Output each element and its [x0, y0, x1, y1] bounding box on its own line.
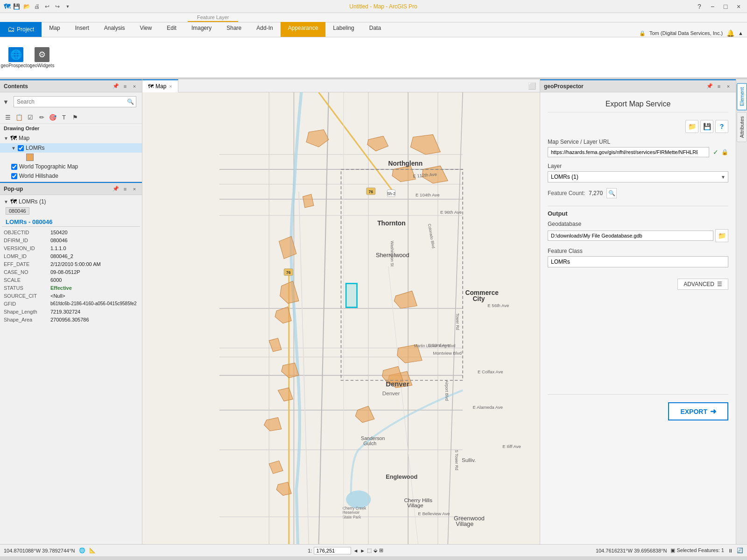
svg-rect-87	[284, 269, 293, 276]
svg-text:E Belleview Ave: E Belleview Ave	[418, 511, 450, 516]
qat-dropdown[interactable]: ▼	[63, 2, 72, 11]
topo-checkbox[interactable]	[11, 164, 17, 170]
svg-text:E 104th Ave: E 104th Ave	[416, 192, 439, 197]
qat-redo[interactable]: ↪	[53, 2, 62, 11]
list-by-bookmark-btn[interactable]: ⚑	[70, 112, 80, 122]
hillshade-checkbox[interactable]	[11, 173, 17, 179]
geoprospector-ribbon-btn[interactable]: 🌐 geoProspector	[4, 43, 28, 71]
feature-count-search-btn[interactable]: 🔍	[606, 188, 617, 198]
tab-imagery[interactable]: Imagery	[184, 22, 219, 37]
geowidgets-ribbon-btn[interactable]: ⚙ geoWidgets	[30, 43, 54, 71]
tab-analysis[interactable]: Analysis	[97, 22, 133, 37]
list-by-data-source-btn[interactable]: 📋	[14, 112, 24, 122]
layer-name-map: Map	[19, 135, 29, 141]
qat-open[interactable]: 📂	[22, 2, 31, 11]
svg-text:Sherrelwood: Sherrelwood	[376, 252, 409, 259]
coordinate-mode-btn[interactable]: 📐	[89, 547, 96, 553]
notification-icon[interactable]: 🔔	[726, 29, 734, 37]
tab-insert[interactable]: Insert	[68, 22, 97, 37]
map-service-section: Map Service / Layer URL ✓ 🔒	[548, 139, 728, 157]
contents-menu-btn[interactable]: ≡	[121, 83, 129, 90]
scale-prev-btn[interactable]: ◄	[353, 548, 358, 553]
element-tab[interactable]: Element	[737, 83, 747, 110]
map-container[interactable]: Cherry Creek Reservoir State Park	[142, 92, 540, 544]
tab-share[interactable]: Share	[219, 22, 249, 37]
layer-item-map[interactable]: ▼ 🗺 Map	[0, 133, 142, 143]
feature-class-input[interactable]	[548, 256, 728, 267]
geo-panel-pin-btn[interactable]: 📌	[706, 83, 713, 90]
lomrs-symbol	[0, 153, 142, 162]
main-layout: Contents 📌 ≡ × ▼ 🔍 ☰ 📋 ☑ ✏ 🎯	[0, 79, 747, 544]
tab-project[interactable]: 🗂 Project	[0, 22, 42, 37]
list-by-labeling-btn[interactable]: T	[59, 112, 69, 122]
tab-appearance[interactable]: Appearance	[281, 22, 326, 37]
popup-feature-chip[interactable]: 080046	[6, 207, 29, 215]
list-by-selection-btn[interactable]: ☑	[25, 112, 35, 122]
geo-panel-close-btn[interactable]: ×	[725, 83, 732, 90]
minimize-btn[interactable]: −	[708, 2, 717, 11]
layer-name-hillshade: World Hillshade	[19, 173, 58, 179]
geodatabase-input[interactable]	[548, 231, 713, 241]
layer-item-topo[interactable]: World Topographic Map	[0, 162, 142, 171]
tab-data[interactable]: Data	[362, 22, 388, 37]
contents-pin-btn[interactable]: 📌	[112, 83, 120, 90]
help-btn[interactable]: ?	[695, 2, 704, 11]
tab-addin[interactable]: Add-In	[249, 22, 280, 37]
layer-section: Layer LOMRs (1)	[548, 163, 728, 182]
scale-next-btn[interactable]: ►	[360, 548, 365, 553]
tab-labeling[interactable]: Labeling	[325, 22, 361, 37]
tab-map[interactable]: Map	[42, 22, 67, 37]
restore-btn[interactable]: □	[721, 2, 730, 11]
qat-undo[interactable]: ↩	[43, 2, 51, 11]
popup-close-btn[interactable]: ×	[131, 185, 138, 193]
geodatabase-row: 📁	[548, 229, 728, 242]
layer-item-hillshade[interactable]: World Hillshade	[0, 171, 142, 181]
pause-btn[interactable]: ⏸	[728, 548, 733, 553]
svg-text:Village: Village	[456, 520, 473, 527]
list-by-drawing-order-btn[interactable]: ☰	[3, 112, 13, 122]
tab-view[interactable]: View	[132, 22, 159, 37]
layer-select[interactable]: LOMRs (1)	[548, 171, 728, 182]
nav-btn-1[interactable]: ⬚	[367, 547, 372, 553]
nav-btn-2[interactable]: ⬙	[374, 547, 377, 553]
refresh-btn[interactable]: 🔄	[737, 547, 743, 553]
geodatabase-browse-btn[interactable]: 📁	[715, 229, 728, 242]
search-input[interactable]	[14, 98, 125, 105]
ribbon-tabs: 🗂 Project Map Insert Analysis View Edit …	[0, 22, 747, 37]
close-btn[interactable]: ×	[734, 2, 743, 11]
svg-text:Tower Rd: Tower Rd	[455, 313, 460, 330]
map-tab[interactable]: 🗺 Map ×	[142, 79, 178, 92]
geo-save-btn[interactable]: 💾	[700, 120, 713, 133]
lomrs-checkbox[interactable]	[18, 145, 24, 151]
tab-edit[interactable]: Edit	[159, 22, 184, 37]
list-by-snapping-btn[interactable]: 🎯	[48, 112, 58, 122]
export-btn[interactable]: EXPORT ➜	[668, 402, 728, 420]
svg-marker-34	[279, 236, 296, 259]
contents-pane-header: Contents 📌 ≡ ×	[0, 79, 142, 92]
layer-item-lomrs[interactable]: ▼ LOMRs	[0, 143, 142, 153]
advanced-btn[interactable]: ADVANCED ☰	[677, 279, 728, 290]
attributes-tab[interactable]: Attributes	[737, 112, 747, 142]
fc-input-wrap	[548, 256, 728, 267]
geo-panel-menu-btn[interactable]: ≡	[715, 83, 723, 90]
svg-text:E 56th Ave: E 56th Ave	[487, 303, 509, 308]
geo-folder-btn[interactable]: 📁	[685, 120, 698, 133]
map-background: Cherry Creek Reservoir State Park	[142, 92, 540, 544]
map-service-url-input[interactable]	[548, 147, 709, 157]
list-by-editing-btn[interactable]: ✏	[36, 112, 47, 122]
nav-btn-3[interactable]: ⊞	[379, 547, 383, 553]
contents-close-btn[interactable]: ×	[131, 83, 138, 90]
popup-pin-btn[interactable]: 📌	[112, 185, 120, 193]
map-maximize-btn[interactable]: ⬜	[528, 82, 536, 90]
popup-menu-btn[interactable]: ≡	[121, 185, 129, 193]
svg-line-24	[319, 92, 394, 192]
geo-help-btn[interactable]: ?	[715, 120, 728, 133]
qat-print[interactable]: 🖨	[33, 2, 41, 11]
map-service-row: ✓ 🔒	[548, 147, 728, 157]
coordinate-display-toggle[interactable]: 🌐	[79, 547, 85, 553]
scale-input[interactable]	[314, 547, 351, 554]
qat-save[interactable]: 💾	[12, 2, 21, 11]
map-tab-close[interactable]: ×	[169, 84, 172, 89]
user-expand-icon[interactable]: ▲	[738, 30, 743, 36]
svg-rect-83	[366, 188, 375, 195]
